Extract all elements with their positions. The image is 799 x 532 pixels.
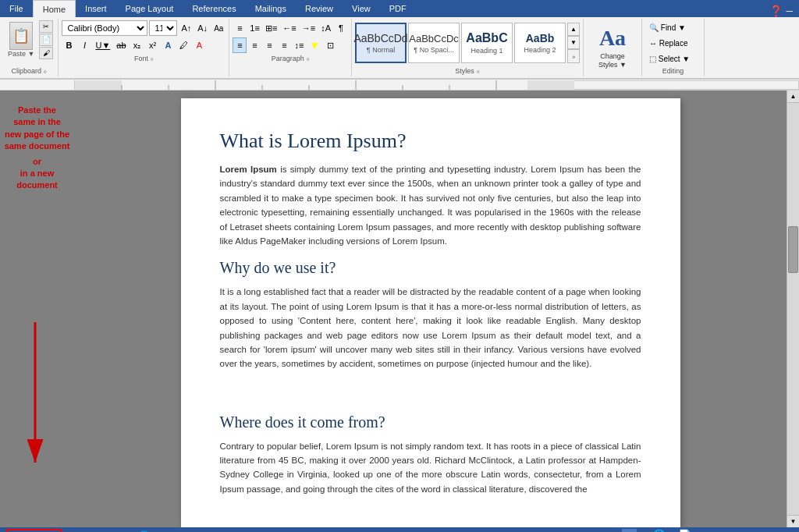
scroll-down-button[interactable]: ▼ (787, 515, 799, 527)
paste-button[interactable]: 📋 Paste ▼ (5, 20, 37, 66)
style-heading1[interactable]: AaBbC Heading 1 (461, 23, 513, 63)
clipboard-label: Clipboard ⬦ (5, 67, 53, 75)
style-h2-label: Heading 2 (524, 46, 556, 54)
style-h1-label: Heading 1 (471, 47, 502, 55)
multilevel-list-button[interactable]: ⊞≡ (263, 20, 279, 36)
svg-rect-2 (527, 80, 574, 90)
replace-button[interactable]: ↔ Replace (645, 36, 694, 50)
font-expand-icon[interactable]: ⬦ (150, 55, 154, 62)
numbering-button[interactable]: 1≡ (247, 20, 262, 36)
full-screen-icon[interactable]: ⊞ (640, 529, 649, 532)
style-no-spacing[interactable]: AaBbCcDc ¶ No Spaci... (408, 23, 460, 63)
ribbon-controls: 📋 Paste ▼ ✂ 📄 🖌 Clipboard ⬦ Calibri (Bod (0, 17, 799, 79)
cut-button[interactable]: ✂ (39, 20, 53, 33)
scroll-up-button[interactable]: ▲ (787, 90, 799, 103)
font-size-select[interactable]: 11 (149, 20, 177, 36)
annotation-line1: Paste the (4, 105, 70, 116)
minimize-icon[interactable]: ─ (786, 5, 793, 16)
paragraph-expand-icon[interactable]: ⬦ (306, 55, 310, 62)
paragraph-label: Paragraph ⬦ (233, 55, 348, 62)
show-formatting-button[interactable]: ¶ (334, 20, 348, 36)
tab-insert[interactable]: Insert (76, 0, 116, 17)
paragraph-group: ≡ 1≡ ⊞≡ ←≡ →≡ ↕A ¶ ≡ ≡ ≡ ≡ ↕≡ ▼ ⊡ Paragr… (229, 19, 352, 76)
clipboard-expand-icon[interactable]: ⬦ (43, 67, 47, 75)
style-normal[interactable]: AaBbCcDd ¶ Normal (355, 23, 407, 63)
text-highlight-button[interactable]: 🖊 (177, 37, 191, 53)
view-icons: ▤ ⊞ 🌐 ≡ 📄 (622, 529, 691, 532)
shading-button[interactable]: ▼ (307, 37, 322, 53)
tab-view[interactable]: View (343, 0, 380, 17)
annotation-text: Paste the same in the new page of the sa… (4, 105, 70, 192)
format-painter-button[interactable]: 🖌 (39, 47, 53, 59)
clear-format-button[interactable]: Aa (211, 20, 225, 36)
right-scrollbar: ▲ ▼ (787, 90, 799, 527)
tab-review[interactable]: Review (296, 0, 343, 17)
strikethrough-button[interactable]: ab (114, 37, 128, 53)
text-effects-button[interactable]: A (162, 37, 176, 53)
styles-more[interactable]: ⬦ (567, 49, 580, 63)
border-button[interactable]: ⊡ (323, 37, 337, 53)
tab-pdf[interactable]: PDF (380, 0, 416, 17)
doc-p1-bold: Lorem Ipsum (220, 165, 277, 174)
tab-references[interactable]: References (183, 0, 245, 17)
ruler (0, 80, 799, 90)
style-normal-preview: AaBbCcDd (353, 32, 407, 45)
status-bar: Page: 2 of 3 Words: 1,022 🌐 English (Ind… (0, 527, 799, 532)
draft-icon[interactable]: 📄 (678, 529, 691, 532)
italic-button[interactable]: I (77, 37, 91, 53)
tab-file[interactable]: File (0, 0, 33, 17)
superscript-button[interactable]: x² (146, 37, 160, 53)
select-button[interactable]: ⬚ Select ▼ (645, 51, 694, 66)
styles-expand-icon[interactable]: ⬦ (476, 67, 480, 75)
style-nospace-label: ¶ No Spaci... (414, 46, 453, 54)
annotation-line2: same in the (4, 116, 70, 128)
outline-icon[interactable]: ≡ (669, 529, 675, 532)
find-button[interactable]: 🔍 Find ▼ (645, 20, 694, 34)
change-styles-button[interactable]: Aa ChangeStyles ▼ (595, 22, 630, 73)
styles-scroll-down[interactable]: ▼ (567, 36, 580, 49)
shrink-font-button[interactable]: A↓ (195, 20, 210, 36)
copy-button[interactable]: 📄 (39, 34, 53, 46)
doc-paragraph2: It is a long established fact that a rea… (220, 285, 641, 371)
justify-button[interactable]: ≡ (277, 37, 291, 53)
doc-paragraph3: Contrary to popular belief, Lorem Ipsum … (220, 439, 641, 497)
tab-mailings[interactable]: Mailings (246, 0, 296, 17)
ruler-inner (74, 80, 799, 90)
font-color-button[interactable]: A (193, 37, 207, 53)
decrease-indent-button[interactable]: ←≡ (280, 20, 298, 36)
doc-paragraph1: Lorem Ipsum is simply dummy text of the … (220, 162, 641, 248)
document-area: What is Lorem Ipsum? Lorem Ipsum is simp… (74, 90, 787, 527)
scroll-thumb[interactable] (788, 226, 798, 273)
subscript-button[interactable]: x₂ (130, 37, 144, 53)
red-arrow (12, 322, 59, 481)
change-styles-group: Aa ChangeStyles ▼ (584, 19, 642, 76)
scroll-track[interactable] (787, 103, 799, 515)
styles-scroll-up[interactable]: ▲ (567, 23, 580, 36)
align-right-button[interactable]: ≡ (262, 37, 276, 53)
line-spacing-button[interactable]: ↕≡ (292, 37, 306, 53)
bullets-button[interactable]: ≡ (233, 20, 247, 36)
styles-label: Styles ⬦ (355, 67, 580, 75)
align-left-button[interactable]: ≡ (233, 37, 247, 53)
annotation-line6: document (4, 179, 70, 191)
tab-page-layout[interactable]: Page Layout (116, 0, 183, 17)
font-group: Calibri (Body) 11 A↑ A↓ Aa B I U▼ ab x₂ … (59, 19, 229, 76)
align-center-button[interactable]: ≡ (247, 37, 261, 53)
web-layout-icon[interactable]: 🌐 (652, 529, 666, 532)
increase-indent-button[interactable]: →≡ (300, 20, 318, 36)
sort-button[interactable]: ↕A (318, 20, 333, 36)
style-heading2[interactable]: AaBb Heading 2 (514, 23, 566, 63)
print-layout-icon[interactable]: ▤ (622, 529, 637, 532)
editing-label: Editing (645, 67, 701, 75)
doc-heading1: What is Lorem Ipsum? (220, 129, 641, 153)
help-icon[interactable]: ❓ (769, 5, 783, 17)
page-break-spacer (220, 382, 641, 413)
grow-font-button[interactable]: A↑ (179, 20, 194, 36)
tab-home[interactable]: Home (33, 0, 76, 17)
tab-row: File Home Insert Page Layout References … (0, 0, 799, 17)
underline-button[interactable]: U▼ (93, 37, 112, 53)
font-name-select[interactable]: Calibri (Body) (62, 20, 147, 36)
clipboard-group: 📋 Paste ▼ ✂ 📄 🖌 Clipboard ⬦ (0, 19, 59, 76)
bold-button[interactable]: B (62, 37, 76, 53)
font-row1: Calibri (Body) 11 A↑ A↓ Aa (62, 20, 225, 36)
